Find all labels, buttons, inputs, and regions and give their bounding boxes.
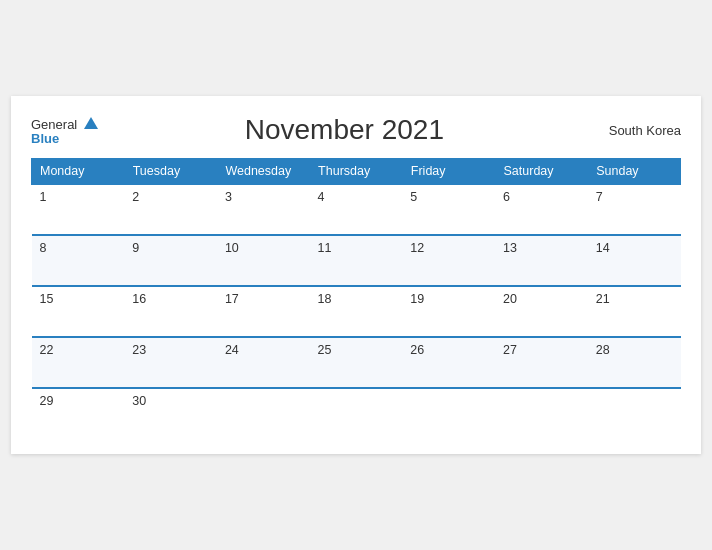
day-number: 6 [503,190,510,204]
day-number: 11 [318,241,332,255]
calendar-title: November 2021 [98,114,591,146]
calendar-day-cell: 2 [124,184,217,235]
calendar-day-cell: 7 [588,184,681,235]
day-number: 23 [132,343,146,357]
calendar-day-cell: 26 [402,337,495,388]
day-number: 14 [596,241,610,255]
calendar-day-cell: 13 [495,235,588,286]
day-number: 5 [410,190,417,204]
calendar-day-cell: 11 [310,235,403,286]
calendar-day-cell [310,388,403,438]
day-number: 19 [410,292,424,306]
day-number: 15 [40,292,54,306]
day-number: 24 [225,343,239,357]
day-number: 16 [132,292,146,306]
calendar-day-cell [495,388,588,438]
calendar-header: General Blue November 2021 South Korea [31,114,681,146]
calendar-week-row: 22232425262728 [32,337,681,388]
calendar-day-cell: 27 [495,337,588,388]
col-saturday: Saturday [495,159,588,185]
day-number: 22 [40,343,54,357]
col-thursday: Thursday [310,159,403,185]
weekday-header-row: Monday Tuesday Wednesday Thursday Friday… [32,159,681,185]
calendar-day-cell: 22 [32,337,125,388]
day-number: 20 [503,292,517,306]
day-number: 18 [318,292,332,306]
calendar-day-cell: 18 [310,286,403,337]
calendar-container: General Blue November 2021 South Korea M… [11,96,701,454]
day-number: 26 [410,343,424,357]
calendar-day-cell: 16 [124,286,217,337]
calendar-day-cell [402,388,495,438]
day-number: 28 [596,343,610,357]
day-number: 1 [40,190,47,204]
logo-general: General [31,116,98,132]
calendar-day-cell: 30 [124,388,217,438]
day-number: 9 [132,241,139,255]
col-friday: Friday [402,159,495,185]
country-label: South Korea [591,123,681,138]
day-number: 3 [225,190,232,204]
logo: General Blue [31,116,98,145]
calendar-day-cell: 15 [32,286,125,337]
calendar-week-row: 15161718192021 [32,286,681,337]
calendar-week-row: 1234567 [32,184,681,235]
calendar-day-cell: 23 [124,337,217,388]
col-sunday: Sunday [588,159,681,185]
day-number: 27 [503,343,517,357]
calendar-day-cell [217,388,310,438]
calendar-day-cell: 20 [495,286,588,337]
calendar-day-cell: 19 [402,286,495,337]
calendar-day-cell: 10 [217,235,310,286]
calendar-day-cell: 21 [588,286,681,337]
day-number: 10 [225,241,239,255]
calendar-day-cell: 12 [402,235,495,286]
col-wednesday: Wednesday [217,159,310,185]
day-number: 2 [132,190,139,204]
calendar-day-cell [588,388,681,438]
calendar-day-cell: 9 [124,235,217,286]
col-monday: Monday [32,159,125,185]
calendar-day-cell: 4 [310,184,403,235]
logo-triangle-icon [84,117,98,129]
calendar-day-cell: 8 [32,235,125,286]
day-number: 13 [503,241,517,255]
day-number: 21 [596,292,610,306]
calendar-day-cell: 29 [32,388,125,438]
day-number: 30 [132,394,146,408]
calendar-week-row: 891011121314 [32,235,681,286]
logo-general-text: General [31,117,77,132]
calendar-day-cell: 17 [217,286,310,337]
day-number: 8 [40,241,47,255]
day-number: 25 [318,343,332,357]
day-number: 7 [596,190,603,204]
calendar-grid: Monday Tuesday Wednesday Thursday Friday… [31,158,681,438]
day-number: 17 [225,292,239,306]
calendar-day-cell: 28 [588,337,681,388]
calendar-day-cell: 3 [217,184,310,235]
col-tuesday: Tuesday [124,159,217,185]
calendar-day-cell: 1 [32,184,125,235]
day-number: 12 [410,241,424,255]
day-number: 29 [40,394,54,408]
logo-blue-text: Blue [31,132,59,145]
calendar-day-cell: 6 [495,184,588,235]
calendar-day-cell: 5 [402,184,495,235]
calendar-day-cell: 24 [217,337,310,388]
calendar-day-cell: 14 [588,235,681,286]
calendar-week-row: 2930 [32,388,681,438]
calendar-day-cell: 25 [310,337,403,388]
day-number: 4 [318,190,325,204]
